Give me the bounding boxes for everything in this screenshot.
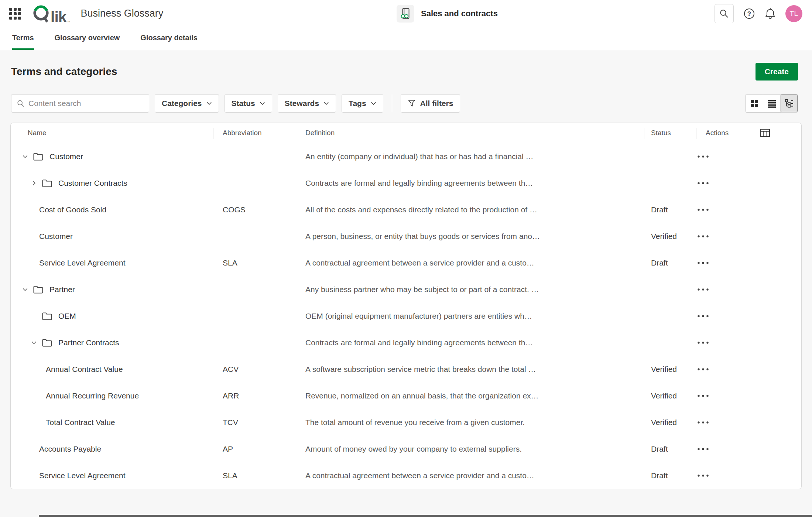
user-avatar[interactable]: TL [785, 5, 802, 22]
row-actions-menu-button[interactable] [698, 208, 731, 211]
column-header-abbreviation[interactable]: Abbreviation [223, 129, 262, 137]
row-actions-menu-button[interactable] [698, 341, 731, 344]
chevron-down-icon [323, 102, 329, 105]
more-options-icon [698, 208, 709, 211]
chevron-down-icon[interactable] [31, 339, 37, 346]
app-launcher-icon[interactable] [9, 8, 21, 20]
table-row[interactable]: Annual Contract Value ACV A software sub… [11, 356, 801, 383]
table-row[interactable]: Accounts Payable AP Amount of money owed… [11, 436, 801, 462]
column-header-actions[interactable]: Actions [706, 129, 729, 137]
row-name[interactable]: Service Level Agreement [39, 258, 125, 267]
table-row[interactable]: Customer An entity (company or individua… [11, 143, 801, 170]
tab-glossary-details[interactable]: Glossary details [140, 27, 198, 50]
horizontal-scrollbar[interactable] [0, 514, 812, 517]
abbreviation-cell: TCV [223, 418, 238, 427]
name-cell: Partner [11, 285, 217, 294]
more-options-icon [698, 261, 709, 264]
content-search-input[interactable] [28, 99, 144, 108]
scrollbar-thumb[interactable] [39, 515, 812, 517]
table-row[interactable]: Partner Contracts Contracts are formal a… [11, 329, 801, 356]
more-options-icon [698, 394, 709, 397]
row-name[interactable]: Partner [49, 285, 75, 294]
row-actions-menu-button[interactable] [698, 421, 731, 424]
name-cell: Customer Contracts [11, 179, 217, 188]
tab-terms[interactable]: Terms [12, 27, 34, 50]
table-row[interactable]: OEM OEM (original equipment manufacturer… [11, 303, 801, 329]
folder-icon [42, 338, 52, 347]
stewards-filter-dropdown[interactable]: Stewards [278, 94, 336, 113]
all-filters-button[interactable]: All filters [401, 94, 460, 113]
name-cell: Annual Recurring Revenue [11, 391, 217, 400]
abbreviation-cell: SLA [223, 258, 237, 267]
row-actions-menu-button[interactable] [698, 474, 731, 477]
table-row[interactable]: Service Level Agreement SLA A contractua… [11, 462, 801, 489]
row-name[interactable]: Customer Contracts [58, 179, 127, 188]
row-actions-menu-button[interactable] [698, 235, 731, 238]
table-row[interactable]: Annual Recurring Revenue ARR Revenue, no… [11, 383, 801, 409]
name-cell: Total Contract Value [11, 418, 217, 427]
tags-filter-dropdown[interactable]: Tags [342, 94, 383, 113]
status-filter-dropdown[interactable]: Status [225, 94, 272, 113]
row-name[interactable]: Partner Contracts [58, 338, 119, 347]
row-name[interactable]: Total Contract Value [46, 418, 115, 427]
row-name[interactable]: Accounts Payable [39, 445, 101, 453]
row-actions-menu-button[interactable] [698, 261, 731, 264]
table-row[interactable]: Total Contract Value TCV The total amoun… [11, 409, 801, 436]
table-row[interactable]: Customer Contracts Contracts are formal … [11, 170, 801, 196]
chevron-down-icon[interactable] [22, 153, 28, 160]
definition-cell: A contractual agreement between a servic… [305, 471, 645, 480]
table-row[interactable]: Partner Any business partner who may be … [11, 276, 801, 303]
search-icon [17, 99, 25, 107]
row-name[interactable]: Annual Contract Value [46, 365, 123, 374]
row-name[interactable]: Service Level Agreement [39, 471, 125, 480]
help-button[interactable]: ? [743, 8, 755, 20]
row-actions-menu-button[interactable] [698, 182, 731, 185]
column-header-definition[interactable]: Definition [305, 129, 335, 137]
table-row[interactable]: Service Level Agreement SLA A contractua… [11, 250, 801, 276]
row-actions-menu-button[interactable] [698, 394, 731, 397]
chevron-right-icon[interactable] [31, 180, 37, 186]
column-picker-button[interactable] [760, 129, 770, 137]
folder-icon [33, 285, 44, 294]
chevron-down-icon[interactable] [22, 286, 28, 293]
content-search-box[interactable] [11, 94, 149, 113]
row-actions-menu-button[interactable] [698, 288, 731, 291]
notifications-button[interactable] [765, 8, 776, 20]
name-cell: Accounts Payable [11, 445, 217, 453]
definition-cell: A person, business, or entity that buys … [305, 232, 645, 241]
tab-glossary-overview[interactable]: Glossary overview [55, 27, 120, 50]
row-actions-menu-button[interactable] [698, 155, 731, 158]
table-row[interactable]: Cost of Goods Sold COGS All of the costs… [11, 196, 801, 223]
global-search-button[interactable] [715, 4, 734, 23]
row-actions-menu-button[interactable] [698, 368, 731, 371]
column-header-name[interactable]: Name [28, 129, 47, 137]
row-name[interactable]: Annual Recurring Revenue [46, 391, 139, 400]
column-header-status[interactable]: Status [651, 129, 671, 137]
row-name[interactable]: OEM [58, 312, 76, 321]
folder-icon [33, 152, 44, 161]
table-row[interactable]: Customer A person, business, or entity t… [11, 223, 801, 250]
glossary-switcher[interactable]: Sales and contracts [397, 0, 498, 27]
definition-cell: All of the costs and expenses directly r… [305, 205, 645, 214]
table-header: Name Abbreviation Definition Status Acti… [11, 123, 801, 143]
abbreviation-cell: SLA [223, 471, 237, 480]
row-name[interactable]: Customer [49, 152, 83, 161]
row-name[interactable]: Customer [39, 232, 73, 241]
row-actions-menu-button[interactable] [698, 448, 731, 451]
qlik-logo: lik ™ [33, 3, 71, 24]
tree-view-button[interactable] [780, 95, 798, 112]
chevron-down-icon [206, 102, 212, 105]
status-badge: Draft [651, 445, 668, 453]
status-badge: Verified [651, 365, 677, 374]
categories-filter-dropdown[interactable]: Categories [155, 94, 219, 113]
bell-icon [765, 8, 776, 20]
grid-view-button[interactable] [746, 95, 763, 112]
folder-icon [42, 312, 52, 321]
row-actions-menu-button[interactable] [698, 315, 731, 318]
row-name[interactable]: Cost of Goods Sold [39, 205, 106, 214]
glossary-book-icon[interactable] [397, 5, 414, 23]
list-view-button[interactable] [763, 95, 780, 112]
create-button[interactable]: Create [756, 63, 798, 81]
name-cell: Customer [11, 232, 217, 241]
chevron-down-icon [260, 102, 265, 105]
